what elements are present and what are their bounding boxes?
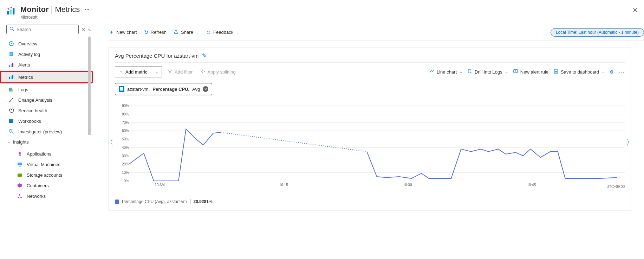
- y-tick: 90%: [122, 104, 129, 108]
- save-dashboard-button[interactable]: Save to dashboard⌄: [553, 69, 605, 75]
- add-metric-button[interactable]: ＋Add metric: [115, 67, 151, 77]
- svg-rect-15: [11, 76, 12, 79]
- x-tick: 10:45: [527, 183, 536, 187]
- apply-splitting-button[interactable]: Apply splitting: [198, 67, 238, 77]
- svg-point-24: [19, 152, 21, 154]
- sidebar-item-networks[interactable]: Networks: [0, 191, 93, 201]
- sidebar-item-investigator-preview-[interactable]: Investigator (preview): [0, 126, 93, 137]
- svg-point-23: [9, 130, 12, 132]
- legend-swatch: [115, 200, 119, 204]
- svg-point-18: [11, 89, 13, 91]
- svg-rect-10: [10, 54, 12, 55]
- time-range-button[interactable]: Local Time: Last hour (Automatic - 1 min…: [551, 28, 644, 37]
- networks-icon: [17, 193, 22, 199]
- sidebar-item-containers[interactable]: Containers: [0, 180, 93, 191]
- monitor-icon: [6, 6, 16, 16]
- sidebar-item-activity-log[interactable]: Activity log: [0, 49, 93, 59]
- add-metric-group: ＋Add metric ⌄: [115, 66, 162, 77]
- legend-series-name: Percentage CPU (Avg), azstart-vm: [122, 199, 187, 204]
- sidebar-item-overview[interactable]: Overview: [0, 38, 93, 49]
- plus-icon: ＋: [109, 29, 114, 36]
- vm-icon: [119, 86, 124, 92]
- svg-rect-22: [10, 120, 13, 120]
- search-input[interactable]: [17, 27, 76, 32]
- alerts-icon: [8, 62, 14, 68]
- search-box[interactable]: [6, 25, 79, 34]
- chevron-down-icon: ⌄: [155, 70, 158, 74]
- svg-rect-27: [19, 166, 21, 166]
- new-alert-button[interactable]: !New alert rule: [513, 69, 548, 75]
- sidebar-item-virtual-machines[interactable]: Virtual Machines: [0, 159, 93, 170]
- chart-prev-button[interactable]: 〈: [106, 137, 113, 148]
- sidebar-item-alerts[interactable]: Alerts: [0, 59, 93, 70]
- sidebar-item-label: Overview: [18, 41, 37, 46]
- svg-rect-21: [9, 119, 13, 123]
- pill-agg: Avg: [192, 87, 200, 92]
- y-tick: 10%: [122, 171, 129, 175]
- svg-point-30: [19, 194, 20, 195]
- save-dashboard-label: Save to dashboard: [561, 69, 599, 75]
- search-clear-button[interactable]: ✕: [82, 27, 85, 32]
- chart-settings-button[interactable]: ⚙: [610, 69, 614, 75]
- chart-next-button[interactable]: 〉: [626, 137, 634, 148]
- sidebar-item-change-analysis[interactable]: Change Analysis: [0, 95, 93, 105]
- sidebar-item-logs[interactable]: Logs: [0, 84, 93, 95]
- sidebar-item-metrics[interactable]: Metrics: [0, 71, 93, 83]
- legend-value: 20.9281%: [190, 199, 213, 204]
- svg-point-4: [11, 7, 12, 8]
- svg-rect-25: [19, 154, 21, 156]
- sidebar-item-service-health[interactable]: Service health: [0, 105, 93, 116]
- svg-point-3: [8, 8, 9, 10]
- chart-plot-area: 〈 〉 0%10%20%30%40%50%60%70%80%90% 10 AM1…: [115, 106, 625, 194]
- apply-splitting-label: Apply splitting: [207, 69, 235, 75]
- close-button[interactable]: ✕: [632, 6, 638, 14]
- refresh-button[interactable]: ↻Refresh: [143, 28, 168, 37]
- x-tick: 10 AM: [155, 183, 164, 187]
- sidebar-item-workbooks[interactable]: Workbooks: [0, 116, 93, 126]
- sidebar-scrollbar[interactable]: [88, 37, 91, 142]
- metrics-icon: [8, 74, 14, 80]
- svg-rect-40: [555, 71, 557, 73]
- storage-icon: [17, 172, 22, 178]
- share-button[interactable]: Share⌄: [173, 28, 200, 37]
- y-axis-labels: 0%10%20%30%40%50%60%70%80%90%: [115, 106, 129, 181]
- add-filter-button[interactable]: Add filter: [165, 67, 195, 77]
- sidebar-item-label: Applications: [27, 151, 51, 157]
- main-content: ＋New chart ↻Refresh Share⌄ ☺Feedback⌄ Lo…: [93, 23, 644, 258]
- svg-rect-26: [18, 163, 22, 165]
- alert-icon: !: [513, 69, 518, 75]
- title-more-icon[interactable]: ···: [85, 6, 89, 13]
- apps-icon: [17, 151, 22, 157]
- sidebar-group-insights[interactable]: ⌄ Insights: [0, 137, 93, 147]
- add-metric-dropdown[interactable]: ⌄: [151, 67, 162, 77]
- sidebar-item-label: Activity log: [18, 52, 40, 57]
- sidebar-item-label: Virtual Machines: [27, 162, 60, 167]
- sidebar-group-label: Insights: [13, 139, 29, 145]
- svg-rect-11: [9, 65, 10, 67]
- sidebar-nav-sub: ApplicationsVirtual MachinesStorage acco…: [0, 149, 93, 201]
- chart-more-button[interactable]: ···: [619, 69, 625, 75]
- splitting-icon: [200, 69, 205, 75]
- page-header: Monitor | Metrics ··· Microsoft ✕: [0, 0, 644, 23]
- chart-type-button[interactable]: Line chart⌄: [429, 69, 462, 75]
- drill-logs-button[interactable]: Drill into Logs⌄: [467, 69, 508, 75]
- title-main: Monitor: [20, 5, 49, 14]
- sidebar-item-storage-accounts[interactable]: Storage accounts: [0, 170, 93, 180]
- metric-pill[interactable]: azstart-vm, Percentage CPU, Avg ✕: [115, 83, 212, 95]
- edit-title-button[interactable]: ✎: [202, 52, 207, 59]
- chart-title: Avg Percentage CPU for azstart-vm: [115, 53, 199, 59]
- main-toolbar: ＋New chart ↻Refresh Share⌄ ☺Feedback⌄ Lo…: [108, 23, 644, 41]
- y-tick: 0%: [124, 179, 129, 183]
- sidebar-item-applications[interactable]: Applications: [0, 149, 93, 159]
- pill-remove-button[interactable]: ✕: [203, 86, 208, 92]
- feedback-button[interactable]: ☺Feedback⌄: [205, 28, 240, 37]
- timezone-label: UTC+09:00: [607, 185, 625, 189]
- collapse-sidebar-button[interactable]: «: [88, 27, 91, 32]
- feedback-icon: ☺: [206, 29, 211, 35]
- new-chart-button[interactable]: ＋New chart: [108, 27, 138, 37]
- x-axis-labels: 10 AM10:1510:3010:45: [129, 183, 625, 189]
- svg-point-36: [204, 71, 205, 72]
- pill-metric: Percentage CPU,: [152, 87, 189, 92]
- refresh-icon: ↻: [144, 29, 149, 36]
- y-tick: 50%: [122, 137, 129, 141]
